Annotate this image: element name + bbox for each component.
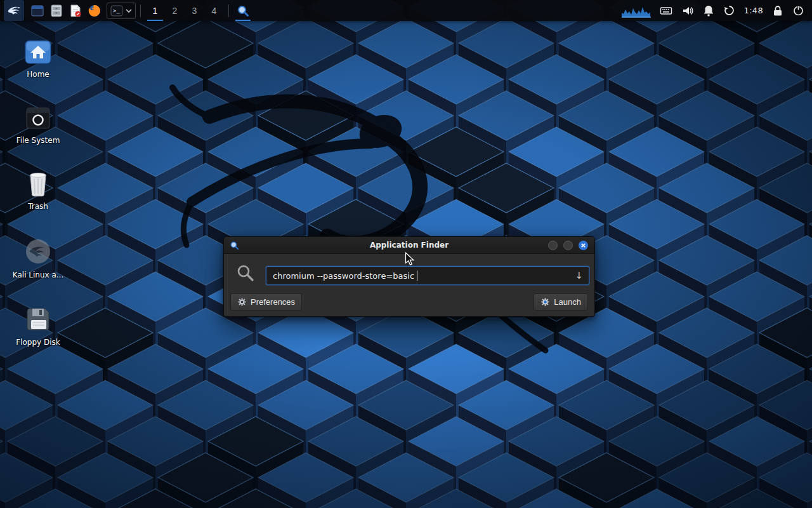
firefox-icon [88, 4, 102, 18]
panel-separator [140, 4, 141, 17]
window-icon [30, 4, 44, 18]
gear-icon [237, 297, 247, 307]
bell-icon [703, 4, 714, 17]
window-manager-launcher[interactable] [28, 0, 47, 21]
network-graph-icon [622, 4, 651, 18]
preferences-label: Preferences [251, 297, 295, 307]
desktop-icon-file-system[interactable]: File System [8, 102, 69, 145]
screen-lock[interactable] [772, 4, 783, 17]
power-icon [792, 4, 804, 17]
keyboard-indicator[interactable] [660, 4, 672, 17]
maximize-circle-icon[interactable] [563, 241, 573, 250]
terminal-icon: >_ [110, 4, 123, 17]
notifications[interactable] [703, 4, 714, 17]
panel-separator [228, 4, 229, 17]
workspace-2[interactable]: 2 [165, 0, 185, 21]
volume-icon [681, 4, 694, 17]
launch-label: Launch [554, 297, 581, 307]
desktop-icon-home[interactable]: Home [8, 36, 69, 79]
trash-icon [8, 168, 69, 197]
logout-power[interactable] [792, 4, 804, 17]
workspace-4[interactable]: 4 [204, 0, 224, 21]
workspace-3[interactable]: 3 [185, 0, 204, 21]
top-panel: >_ 1 2 3 4 [0, 0, 812, 21]
desktop-icon-label: Home [8, 70, 69, 79]
tasklist-application-finder[interactable] [233, 0, 252, 21]
desktop-icon-kali-linux[interactable]: Kali Linux a... [8, 236, 69, 279]
workspace-1[interactable]: 1 [145, 0, 165, 21]
search-icon [236, 264, 255, 285]
file-manager-icon [49, 4, 63, 18]
terminal-launcher[interactable]: >_ [107, 3, 136, 19]
file-system-icon [8, 102, 69, 131]
text-cursor [417, 271, 417, 281]
software-updates[interactable] [723, 4, 735, 17]
desktop-icon-label: File System [8, 137, 69, 145]
floppy-disk-icon [8, 304, 69, 333]
clock[interactable]: 1:48 [744, 6, 763, 15]
lock-icon [772, 4, 783, 17]
kali-menu-icon [6, 3, 22, 18]
desktop-icon-trash[interactable]: Trash [8, 168, 69, 211]
text-editor-icon [69, 4, 82, 18]
kali-circle-icon [8, 236, 69, 265]
svg-text:>_: >_ [113, 8, 120, 14]
desktop-icon-label: Floppy Disk [8, 338, 69, 347]
file-manager-launcher[interactable] [47, 0, 66, 21]
close-icon[interactable] [579, 241, 588, 250]
desktop-icon-label: Trash [8, 203, 69, 211]
home-icon [8, 36, 69, 65]
launch-button[interactable]: Launch [534, 293, 588, 311]
network-graph-applet[interactable] [622, 4, 651, 18]
window-title: Application Finder [224, 241, 594, 250]
desktop-icon-floppy-disk[interactable]: Floppy Disk [8, 304, 69, 347]
chevron-down-icon [126, 8, 132, 13]
desktop-icon-label: Kali Linux a... [8, 271, 69, 279]
system-tray: 1:48 [622, 4, 808, 18]
command-input-value: chromium --password-store=basic [273, 271, 414, 281]
applications-menu-button[interactable] [4, 0, 24, 21]
updates-icon [723, 4, 735, 17]
minimize-circle-icon[interactable] [548, 241, 558, 250]
application-finder-icon [230, 241, 239, 250]
text-editor-launcher[interactable] [66, 0, 85, 21]
application-finder-icon [237, 4, 249, 17]
web-browser-launcher[interactable] [85, 0, 104, 21]
mouse-cursor [405, 252, 417, 266]
preferences-button[interactable]: Preferences [230, 293, 302, 311]
keyboard-icon [660, 4, 672, 17]
volume-control[interactable] [681, 4, 694, 17]
launch-gear-icon [540, 297, 550, 307]
arrow-down-icon[interactable]: ↓ [575, 270, 583, 281]
command-input[interactable]: chromium --password-store=basic ↓ [266, 266, 589, 285]
application-finder-window: Application Finder chromium --password-s… [223, 236, 595, 317]
titlebar[interactable]: Application Finder [224, 237, 594, 254]
